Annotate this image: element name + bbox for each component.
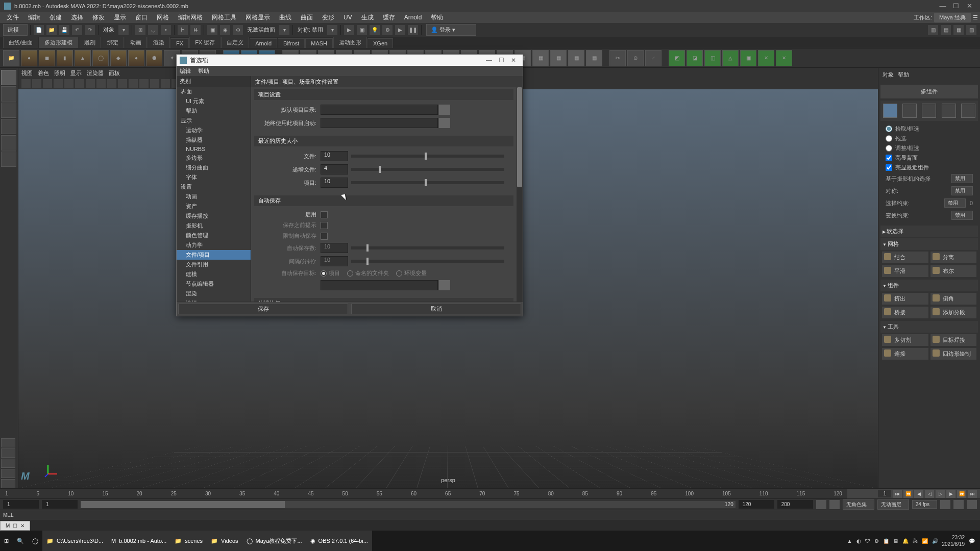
pref-titlebar[interactable]: 首选项 — ☐ ✕ bbox=[177, 55, 523, 66]
goto-start-icon[interactable]: ⏮ bbox=[893, 490, 902, 498]
panel-tool-8[interactable] bbox=[96, 79, 106, 88]
shelf-cone-icon[interactable]: ▲ bbox=[75, 50, 91, 66]
drag-radio[interactable] bbox=[886, 135, 892, 142]
shelf-cube-icon[interactable]: ◼ bbox=[39, 50, 55, 66]
layout-four[interactable] bbox=[1, 448, 15, 458]
charset-dropdown[interactable]: 无角色集 bbox=[843, 499, 874, 510]
sidebar-toggle-2[interactable]: ▤ bbox=[940, 24, 951, 36]
menu-create[interactable]: 创建 bbox=[45, 13, 66, 22]
symmetry-dropdown[interactable]: ▾ bbox=[327, 24, 338, 36]
menu-arnold[interactable]: Arnold bbox=[400, 14, 427, 21]
step-fwd-key-icon[interactable]: ⏩ bbox=[957, 490, 966, 498]
minimize-button[interactable]: — bbox=[936, 1, 949, 11]
menu-select[interactable]: 选择 bbox=[66, 13, 88, 22]
undo-icon[interactable]: ↶ bbox=[71, 24, 83, 36]
render-region-icon[interactable]: ▣ bbox=[356, 24, 368, 36]
pref-cat-颜色管理[interactable]: 颜色管理 bbox=[177, 231, 251, 240]
extrude-button[interactable]: 挤出 bbox=[881, 292, 929, 305]
clock[interactable]: 23:32 2021/8/19 bbox=[942, 534, 965, 547]
step-fwd-icon[interactable]: ▶ bbox=[946, 490, 955, 498]
mode-face-icon[interactable] bbox=[942, 104, 956, 118]
shelf-smooth-icon[interactable]: ◫ bbox=[704, 50, 721, 66]
tray-icon-6[interactable]: 🔔 bbox=[902, 538, 909, 544]
key-icon[interactable] bbox=[816, 500, 826, 509]
tray-icon-1[interactable]: ◐ bbox=[856, 538, 861, 544]
cam-select-dropdown[interactable]: 禁用 bbox=[951, 174, 973, 183]
menu-file[interactable]: 文件 bbox=[2, 13, 23, 22]
search-button[interactable]: 🔍 bbox=[13, 531, 28, 551]
pick-radio[interactable] bbox=[886, 126, 892, 132]
module-selector[interactable]: 建模 bbox=[3, 24, 28, 36]
panel-shading[interactable]: 着色 bbox=[38, 69, 49, 77]
shelf-tab-anim[interactable]: 动画 bbox=[125, 37, 147, 48]
mode-uv-icon[interactable] bbox=[961, 104, 975, 118]
move-tool[interactable] bbox=[1, 119, 16, 134]
close-button[interactable]: ✕ bbox=[963, 1, 976, 11]
render-icon[interactable]: ▣ bbox=[207, 24, 218, 36]
menu-modify[interactable]: 修改 bbox=[88, 13, 109, 22]
tray-icon-3[interactable]: ⚙ bbox=[874, 538, 879, 544]
fps-dropdown[interactable]: 24 fps bbox=[912, 500, 937, 509]
shelf-tab-sculpt[interactable]: 雕刻 bbox=[79, 37, 101, 48]
pref-cat-运动学[interactable]: 运动学 bbox=[177, 126, 251, 135]
prefs-icon[interactable] bbox=[967, 500, 977, 509]
projects-input[interactable]: 10 bbox=[321, 178, 348, 188]
panel-lighting[interactable]: 照明 bbox=[54, 69, 65, 77]
projects-slider[interactable] bbox=[351, 181, 504, 184]
shelf-folder-icon[interactable]: 📁 bbox=[3, 50, 19, 66]
menu-edit[interactable]: 编辑 bbox=[23, 13, 45, 22]
tray-up-icon[interactable]: ▲ bbox=[847, 538, 852, 544]
pref-cat-帮助[interactable]: 帮助 bbox=[177, 106, 251, 116]
panel-tool-9[interactable] bbox=[107, 79, 116, 88]
layout-two-stack[interactable] bbox=[1, 469, 15, 478]
command-line[interactable]: MEL bbox=[0, 510, 980, 520]
step-back-key-icon[interactable]: ⏪ bbox=[903, 490, 913, 498]
components-section[interactable]: 组件 bbox=[880, 280, 978, 291]
channelbox-objects-tab[interactable]: 对象 bbox=[883, 71, 894, 79]
new-scene-icon[interactable]: 📄 bbox=[33, 24, 44, 36]
shelf-tab-curves[interactable]: 曲线/曲面 bbox=[3, 37, 38, 48]
panel-tool-5[interactable] bbox=[64, 79, 74, 88]
pref-minimize[interactable]: — bbox=[483, 57, 495, 64]
workspace-config-icon[interactable]: ☰ bbox=[973, 14, 978, 21]
targetweld-button[interactable]: 目标焊接 bbox=[930, 334, 977, 346]
pref-close[interactable]: ✕ bbox=[507, 57, 520, 64]
selection-mask-dropdown[interactable]: ▾ bbox=[118, 24, 129, 36]
connect-button[interactable]: 连接 bbox=[881, 347, 929, 360]
time-slider[interactable]: 1510152025303540455055606570758085909510… bbox=[0, 488, 847, 498]
shelf-op16-icon[interactable]: ▦ bbox=[550, 50, 567, 66]
bevel-button[interactable]: 倒角 bbox=[930, 292, 977, 305]
menu-windows[interactable]: 窗口 bbox=[131, 13, 152, 22]
tray-ime-icon[interactable]: 英 bbox=[913, 537, 918, 544]
shelf-disc-icon[interactable]: ● bbox=[128, 50, 144, 66]
shelf-crease-icon[interactable]: ◪ bbox=[687, 50, 703, 66]
tray-icon-5[interactable]: 🖥 bbox=[893, 538, 898, 544]
pref-cat-字体[interactable]: 字体 bbox=[177, 172, 251, 182]
inc-files-input[interactable]: 4 bbox=[321, 164, 348, 174]
layout-outliner[interactable] bbox=[1, 479, 15, 488]
mode-edge-icon[interactable] bbox=[922, 104, 936, 118]
range-slider[interactable]: 120 bbox=[81, 501, 736, 508]
history-on-icon[interactable]: H bbox=[177, 24, 188, 36]
soft-select-section[interactable]: 软选择 bbox=[880, 226, 978, 237]
shelf-tab-motion[interactable]: 运动图形 bbox=[333, 37, 367, 48]
task-obs[interactable]: ◉ OBS 27.0.1 (64-bi... bbox=[306, 531, 372, 551]
panel-tool-3[interactable] bbox=[43, 79, 52, 88]
highlight-backfaces-check[interactable] bbox=[886, 155, 892, 161]
lasso-tool[interactable] bbox=[1, 86, 16, 102]
menu-surfaces[interactable]: 曲面 bbox=[296, 13, 317, 22]
playback-start[interactable]: 1 bbox=[42, 500, 78, 509]
shelf-connect-icon[interactable]: ⟋ bbox=[645, 50, 662, 66]
shelf-g7-icon[interactable]: ✕ bbox=[776, 50, 792, 66]
default-dir-browse[interactable] bbox=[439, 105, 450, 115]
menu-meshdisplay[interactable]: 网格显示 bbox=[241, 13, 275, 22]
mode-vertex-icon[interactable] bbox=[902, 104, 917, 118]
files-slider[interactable] bbox=[351, 155, 504, 158]
tray-volume-icon[interactable]: 🔊 bbox=[932, 538, 938, 544]
task-maya[interactable]: M b.0002.mb - Auto... bbox=[107, 531, 170, 551]
panel-tool-7[interactable] bbox=[86, 79, 95, 88]
pause-icon[interactable]: ❚❚ bbox=[407, 24, 419, 36]
cancel-button[interactable]: 取消 bbox=[351, 304, 521, 314]
animlayer-dropdown[interactable]: 无动画层 bbox=[877, 499, 909, 510]
panel-view[interactable]: 视图 bbox=[21, 69, 33, 77]
